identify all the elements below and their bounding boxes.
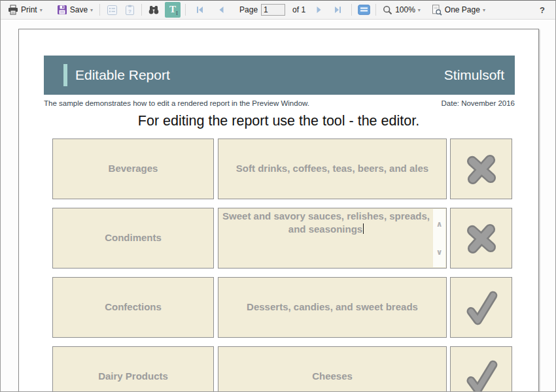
mark-cell[interactable] — [450, 346, 512, 391]
scroll-up-icon[interactable]: ∧ — [433, 220, 445, 228]
description-cell[interactable]: Soft drinks, coffees, teas, beers, and a… — [218, 139, 447, 199]
category-cell[interactable]: Beverages — [52, 139, 214, 199]
text-cursor-icon: I — [176, 10, 178, 16]
report-header-band: Editable Report Stimulsoft — [44, 56, 515, 95]
find-button[interactable] — [147, 3, 161, 17]
view-mode-label: One Page — [445, 5, 480, 14]
one-page-icon — [431, 5, 442, 16]
first-page-icon — [196, 6, 204, 14]
report-subtitle: The sample demonstrates how to edit a re… — [44, 99, 309, 107]
zoom-button[interactable]: 100% ▾ — [381, 4, 423, 16]
table-row: Dairy ProductsCheeses — [52, 346, 512, 391]
toolbar-separator — [141, 4, 142, 16]
description-text: Desserts, candies, and sweet breads — [247, 301, 418, 314]
description-cell[interactable]: Cheeses — [218, 346, 447, 391]
first-page-button[interactable] — [192, 3, 207, 17]
mark-cell[interactable] — [450, 277, 512, 338]
toolbar: Print ▾ Save ▾ — [1, 1, 555, 20]
svg-text:?: ? — [128, 8, 131, 14]
toolbar-separator — [99, 4, 100, 16]
chevron-down-icon: ▾ — [40, 7, 43, 13]
printer-icon — [8, 5, 18, 15]
floppy-save-icon — [57, 5, 67, 15]
category-cell[interactable]: Confections — [52, 277, 214, 338]
binoculars-icon — [148, 5, 160, 15]
toolbar-separator — [185, 4, 186, 16]
text-cursor — [363, 223, 364, 234]
editor-text-icon: T — [169, 5, 176, 14]
parameters-clipboard-icon: ? — [124, 5, 135, 16]
print-button[interactable]: Print ▾ — [6, 3, 44, 16]
toolbar-separator — [375, 4, 376, 16]
scroll-down-icon[interactable]: ∨ — [433, 248, 445, 256]
save-label: Save — [70, 5, 88, 14]
viewer-area: Editable Report Stimulsoft The sample de… — [1, 20, 555, 391]
last-page-button[interactable] — [330, 3, 345, 17]
description-text: Soft drinks, coffees, teas, beers, and a… — [236, 162, 428, 175]
category-cell[interactable]: Condiments — [52, 208, 214, 269]
accent-bar — [63, 64, 67, 86]
table-row: BeveragesSoft drinks, coffees, teas, bee… — [52, 139, 512, 199]
help-button[interactable]: ? — [540, 5, 545, 15]
report-title: Editable Report — [75, 67, 170, 83]
chevron-down-icon: ▾ — [418, 7, 421, 13]
category-cell[interactable]: Dairy Products — [52, 346, 214, 391]
description-cell[interactable]: Desserts, candies, and sweet breads — [218, 277, 447, 338]
bookmarks-icon — [107, 5, 118, 16]
previous-page-button[interactable] — [214, 3, 228, 17]
editor-tool-button[interactable]: T I — [165, 2, 181, 18]
description-text: Sweet and savory sauces, relishes, sprea… — [222, 210, 430, 237]
print-label: Print — [21, 5, 37, 14]
brand-name: Stimulsoft — [444, 67, 504, 83]
chevron-down-icon: ▾ — [90, 7, 93, 13]
check-icon — [462, 357, 501, 392]
description-editor-cell[interactable]: Sweet and savory sauces, relishes, sprea… — [218, 208, 447, 269]
table-row: CondimentsSweet and savory sauces, relis… — [52, 208, 512, 269]
zoom-value: 100% — [395, 5, 415, 14]
page-number-input[interactable] — [261, 4, 285, 16]
save-button[interactable]: Save ▾ — [55, 3, 95, 16]
previous-page-icon — [218, 6, 224, 14]
preview-window: Print ▾ Save ▾ — [0, 0, 556, 392]
view-mode-button[interactable]: One Page ▾ — [429, 3, 487, 17]
report-heading: For editing the report use the tool - th… — [19, 113, 538, 129]
description-text: Cheeses — [312, 370, 353, 383]
parameters-button[interactable]: ? — [122, 3, 137, 17]
next-page-icon — [316, 6, 322, 14]
page-label: Page — [239, 5, 258, 14]
magnifier-icon — [383, 5, 392, 15]
check-icon — [462, 288, 501, 327]
cross-icon — [462, 150, 501, 189]
page-total-label: of 1 — [292, 5, 305, 14]
editor-scrollbar[interactable]: ∧∨ — [433, 209, 445, 267]
table-row: ConfectionsDesserts, candies, and sweet … — [52, 277, 512, 338]
full-screen-icon — [358, 5, 370, 15]
chevron-down-icon: ▾ — [483, 7, 485, 13]
report-table: BeveragesSoft drinks, coffees, teas, bee… — [52, 139, 512, 391]
mark-cell[interactable] — [450, 208, 512, 269]
bookmarks-button[interactable] — [105, 3, 119, 17]
cross-icon — [462, 219, 501, 258]
toolbar-separator — [351, 4, 352, 16]
last-page-icon — [334, 6, 342, 14]
report-page: Editable Report Stimulsoft The sample de… — [18, 29, 539, 391]
report-date: Date: November 2016 — [441, 99, 515, 107]
mark-cell[interactable] — [450, 139, 512, 199]
report-subtitle-row: The sample demonstrates how to edit a re… — [44, 99, 515, 107]
next-page-button[interactable] — [312, 3, 326, 17]
full-screen-button[interactable] — [356, 3, 371, 17]
